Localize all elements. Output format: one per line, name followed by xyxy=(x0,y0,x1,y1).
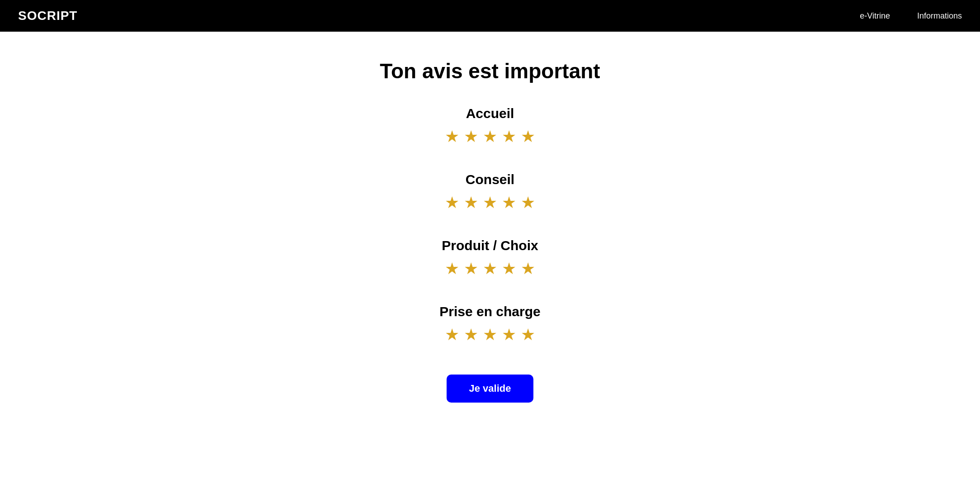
rating-section-accueil: Accueil ★ ★ ★ ★ ★ xyxy=(9,106,971,158)
section-label-produit-choix: Produit / Choix xyxy=(442,238,538,253)
star-prise-3[interactable]: ★ xyxy=(483,327,497,343)
section-label-accueil: Accueil xyxy=(466,106,514,121)
star-conseil-1[interactable]: ★ xyxy=(445,195,459,211)
navbar: SOCRIPT e-Vitrine Informations xyxy=(0,0,980,32)
star-accueil-4[interactable]: ★ xyxy=(502,128,516,145)
site-logo: SOCRIPT xyxy=(18,9,77,23)
star-produit-4[interactable]: ★ xyxy=(502,261,516,277)
stars-accueil[interactable]: ★ ★ ★ ★ ★ xyxy=(445,128,535,145)
section-label-prise-en-charge: Prise en charge xyxy=(439,304,540,319)
nav-link-informations[interactable]: Informations xyxy=(917,11,962,21)
star-produit-2[interactable]: ★ xyxy=(464,261,478,277)
star-prise-5[interactable]: ★ xyxy=(521,327,535,343)
rating-section-produit-choix: Produit / Choix ★ ★ ★ ★ ★ xyxy=(9,238,971,290)
star-produit-5[interactable]: ★ xyxy=(521,261,535,277)
rating-section-prise-en-charge: Prise en charge ★ ★ ★ ★ ★ xyxy=(9,304,971,356)
page-title: Ton avis est important xyxy=(380,59,600,83)
star-produit-3[interactable]: ★ xyxy=(483,261,497,277)
star-conseil-3[interactable]: ★ xyxy=(483,195,497,211)
star-accueil-2[interactable]: ★ xyxy=(464,128,478,145)
section-label-conseil: Conseil xyxy=(466,172,514,187)
star-accueil-3[interactable]: ★ xyxy=(483,128,497,145)
star-produit-1[interactable]: ★ xyxy=(445,261,459,277)
star-prise-1[interactable]: ★ xyxy=(445,327,459,343)
main-content: Ton avis est important Accueil ★ ★ ★ ★ ★… xyxy=(0,32,980,439)
nav-link-evitrine[interactable]: e-Vitrine xyxy=(860,11,890,21)
star-conseil-5[interactable]: ★ xyxy=(521,195,535,211)
stars-produit-choix[interactable]: ★ ★ ★ ★ ★ xyxy=(445,261,535,277)
star-prise-2[interactable]: ★ xyxy=(464,327,478,343)
star-accueil-5[interactable]: ★ xyxy=(521,128,535,145)
star-conseil-2[interactable]: ★ xyxy=(464,195,478,211)
validate-button[interactable]: Je valide xyxy=(447,375,534,403)
star-conseil-4[interactable]: ★ xyxy=(502,195,516,211)
stars-conseil[interactable]: ★ ★ ★ ★ ★ xyxy=(445,195,535,211)
rating-section-conseil: Conseil ★ ★ ★ ★ ★ xyxy=(9,172,971,224)
stars-prise-en-charge[interactable]: ★ ★ ★ ★ ★ xyxy=(445,327,535,343)
star-prise-4[interactable]: ★ xyxy=(502,327,516,343)
nav-links: e-Vitrine Informations xyxy=(860,11,962,21)
star-accueil-1[interactable]: ★ xyxy=(445,128,459,145)
